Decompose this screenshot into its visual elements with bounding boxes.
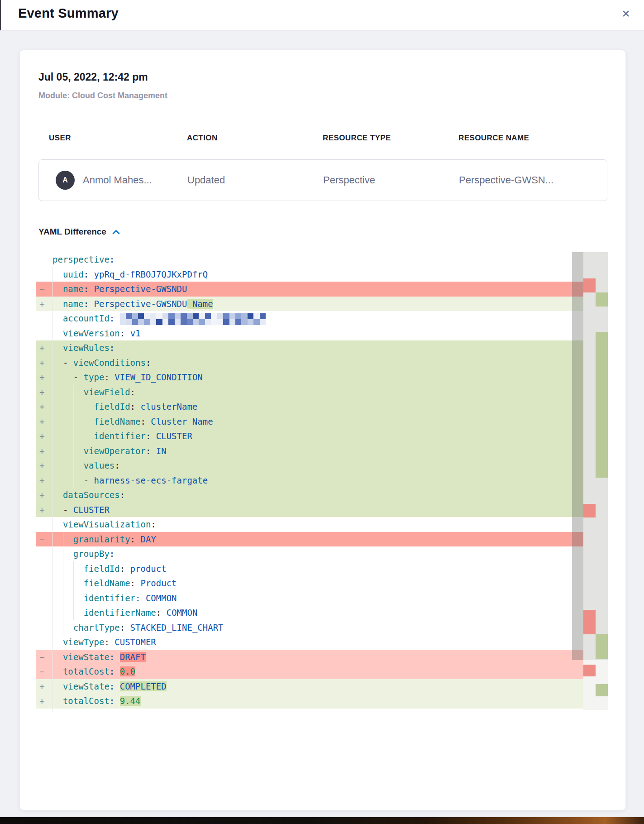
column-header: RESOURCE NAME <box>458 134 529 143</box>
row-resource-type: Perspective <box>323 160 375 201</box>
background-page-edge <box>0 817 644 824</box>
diff-line: perspective: <box>36 252 583 267</box>
minimap-removed-mark <box>583 610 596 634</box>
diff-line: viewVersion: v1 <box>36 326 583 341</box>
diff-line: groupBy: <box>36 546 583 561</box>
diff-line: +values: <box>36 458 583 473</box>
chevron-up-icon <box>112 230 120 235</box>
diff-line: +dataSources: <box>36 488 583 503</box>
diff-line: +- type: VIEW_ID_CONDITION <box>36 370 583 385</box>
diff-line: identifierName: COMMON <box>36 605 583 620</box>
audit-table-header: USERACTIONRESOURCE TYPERESOURCE NAME <box>20 134 625 143</box>
modal-left-edge <box>0 0 1 30</box>
column-header: ACTION <box>187 134 218 143</box>
diff-line: fieldId: product <box>36 561 583 576</box>
minimap-added-mark <box>596 332 608 478</box>
diff-line: −granularity: DAY <box>36 532 583 547</box>
diff-line: −name: Perspective-GWSNDU <box>36 282 583 297</box>
diff-line: viewType: CUSTOMER <box>36 635 583 650</box>
column-header: RESOURCE TYPE <box>323 134 391 143</box>
yaml-difference-label: YAML Difference <box>38 227 106 237</box>
diff-line: fieldName: Product <box>36 576 583 591</box>
avatar: A <box>56 171 75 190</box>
minimap-removed-mark <box>583 278 596 292</box>
diff-scrollbar-slider[interactable] <box>572 252 583 660</box>
diff-minimap[interactable] <box>583 252 608 710</box>
diff-line: +totalCost: 9.44 <box>36 694 583 709</box>
diff-line: +- CLUSTER <box>36 503 583 517</box>
minimap-removed-mark <box>583 504 596 517</box>
minimap-added-mark <box>596 634 608 659</box>
yaml-difference-toggle[interactable]: YAML Difference <box>38 227 120 237</box>
column-header: USER <box>49 134 71 143</box>
yaml-diff-editor: perspective:uuid: ypRq_d-fRBOJ7QJKxPDfrQ… <box>36 252 608 712</box>
diff-line: −totalCost: 0.0 <box>36 664 583 679</box>
diff-line: createdAt: 1657005121653 <box>36 709 583 713</box>
row-user: Anmol Mahes... <box>83 160 152 201</box>
page-title: Event Summary <box>18 6 119 21</box>
diff-line: +fieldName: Cluster Name <box>36 414 583 429</box>
diff-line: identifier: COMMON <box>36 591 583 606</box>
diff-line: +viewOperator: IN <box>36 444 583 459</box>
close-icon[interactable]: × <box>618 5 634 22</box>
diff-line: viewVisualization: <box>36 517 583 532</box>
event-timestamp: Jul 05, 2022, 12:42 pm <box>38 71 148 83</box>
diff-line: accountId: <box>36 311 583 326</box>
minimap-added-mark <box>596 292 608 307</box>
diff-line: chartType: STACKED_LINE_CHART <box>36 620 583 635</box>
diff-line: +name: Perspective-GWSNDU_Name <box>36 297 583 311</box>
diff-line: −viewState: DRAFT <box>36 650 583 665</box>
event-card: Jul 05, 2022, 12:42 pm Module: Cloud Cos… <box>19 50 626 810</box>
audit-table-row: A Anmol Mahes... Updated Perspective Per… <box>38 159 607 201</box>
minimap-removed-mark <box>583 665 596 676</box>
event-module-label: Module: Cloud Cost Management <box>38 91 167 101</box>
diff-line: +viewField: <box>36 385 583 400</box>
modal-header: Event Summary × <box>0 0 644 30</box>
event-summary-modal: Event Summary × Jul 05, 2022, 12:42 pm M… <box>0 0 644 824</box>
redacted-account-id <box>120 313 266 325</box>
diff-line: +identifier: CLUSTER <box>36 429 583 444</box>
diff-line: +viewRules: <box>36 340 583 355</box>
diff-line: +- harness-se-ecs-fargate <box>36 473 583 488</box>
row-resource-name: Perspective-GWSN... <box>459 160 553 201</box>
minimap-added-mark <box>596 684 608 696</box>
diff-line: +viewState: COMPLETED <box>36 679 583 694</box>
row-action: Updated <box>187 160 225 201</box>
diff-line: +fieldId: clusterName <box>36 399 583 414</box>
diff-line: uuid: ypRq_d-fRBOJ7QJKxPDfrQ <box>36 267 583 282</box>
diff-line: +- viewConditions: <box>36 355 583 370</box>
